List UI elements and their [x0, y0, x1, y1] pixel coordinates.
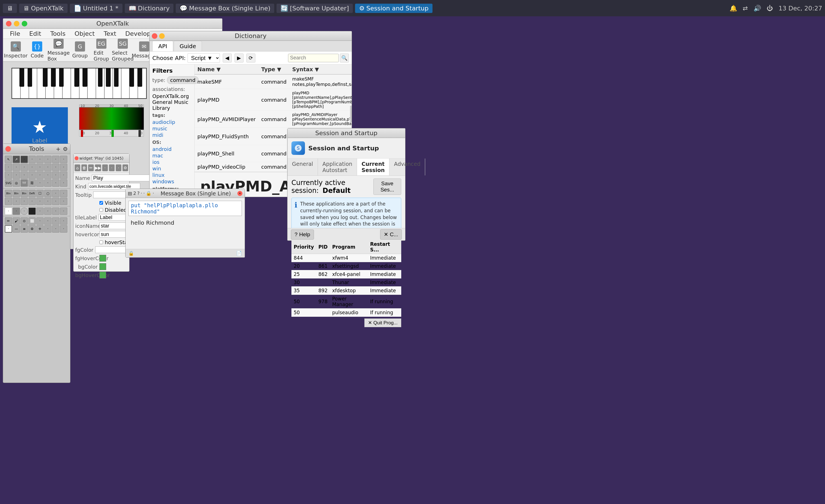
shape-31[interactable]: · [20, 198, 28, 205]
shape-cb1[interactable]: ☐ [36, 190, 44, 197]
shape-35[interactable]: · [52, 198, 59, 205]
shape-33[interactable]: · [36, 198, 44, 205]
color-grey[interactable]: · [13, 208, 20, 215]
row-name-4[interactable]: playPMD_Shell [195, 145, 258, 162]
taskbar-start[interactable]: 🖥 [3, 4, 17, 13]
tool-19[interactable]: · [36, 171, 44, 179]
toolbar-messagebox[interactable]: 💬 Message Box [49, 37, 68, 63]
inspector-forward-icon[interactable]: ▶▶ [95, 164, 101, 171]
taskbar-messagebox[interactable]: 💬 Message Box (Single Line) [176, 4, 274, 13]
taskbar-untitled[interactable]: 📄 Untitled 1 * [70, 4, 123, 13]
filter-os-win[interactable]: win [152, 165, 192, 171]
bgcolor-swatch[interactable] [99, 263, 106, 270]
toolbar-code[interactable]: {} Code [27, 40, 47, 60]
shape-radio[interactable]: ○ [44, 190, 52, 197]
tool-link[interactable]: ⛓ [28, 179, 36, 187]
shape-btn[interactable]: Btn [5, 190, 12, 197]
dict-back-btn[interactable]: ◀ [223, 54, 232, 63]
inspector-49[interactable]: · [102, 164, 108, 171]
search-btn[interactable]: 🔍 [340, 54, 349, 63]
draw-43[interactable]: · [52, 217, 59, 225]
taskbar-session[interactable]: ⚙ Session and Startup [355, 4, 433, 13]
tool-12[interactable]: · [44, 163, 52, 171]
tools-close-btn[interactable] [5, 146, 11, 152]
filter-type-value[interactable]: command [167, 76, 199, 84]
shape-28[interactable]: · [60, 190, 67, 197]
tool-26[interactable]: · [60, 179, 67, 187]
tool-9[interactable]: · [20, 163, 28, 171]
inspector-50[interactable]: · [109, 164, 115, 171]
tool-select[interactable]: ↗ [13, 156, 20, 163]
shape-36[interactable]: · [60, 198, 67, 205]
hoverstate-checkbox[interactable] [99, 240, 103, 244]
tool-17[interactable]: · [20, 171, 28, 179]
col-type[interactable]: Type ▼ [258, 65, 290, 74]
tab-current-session[interactable]: Current Session [357, 158, 389, 175]
taskbar-dictionary[interactable]: 📖 Dictionary [125, 4, 174, 13]
inspector-pencil-icon[interactable]: ✏ [88, 164, 94, 171]
dict-forward-btn[interactable]: ▶ [235, 54, 243, 63]
tool-20[interactable]: · [44, 171, 52, 179]
toolbar-editgroup[interactable]: EG Edit Group [91, 37, 111, 63]
col-name[interactable]: Name ▼ [195, 65, 258, 74]
close-x-btn[interactable]: ✕ C... [380, 229, 402, 240]
tools-add-icon[interactable]: + [56, 146, 61, 152]
dict-min-btn[interactable] [159, 33, 165, 39]
draw-46[interactable]: · [44, 225, 52, 232]
maximize-button[interactable] [22, 21, 27, 26]
tool-title[interactable]: TIT [20, 179, 28, 187]
menu-edit[interactable]: Edit [25, 29, 45, 38]
color-38[interactable]: · [44, 208, 52, 215]
tool-21[interactable]: · [52, 171, 59, 179]
row-name-5[interactable]: playPMD_videoClip [195, 162, 258, 172]
tab-guide[interactable]: Guide [174, 41, 202, 51]
inspector-close-btn[interactable] [75, 156, 79, 160]
save-session-btn[interactable]: Save Ses... [373, 178, 401, 195]
color-black[interactable]: · [28, 208, 36, 215]
tool-5[interactable]: · [52, 156, 59, 163]
tool-8[interactable]: · [13, 163, 20, 171]
col-syntax[interactable]: Syntax ▼ [290, 65, 352, 74]
draw-gear[interactable]: ⚙ [28, 225, 36, 232]
tool-1[interactable]: · [20, 156, 28, 163]
draw-line[interactable]: — [13, 225, 20, 232]
tab-general[interactable]: General [288, 158, 318, 175]
row-name-3[interactable]: playPMD_FluidSynth [195, 128, 258, 145]
row-name-2[interactable]: playPMD_AVMIDIPlayer [195, 111, 258, 128]
api-dropdown[interactable]: Script ▼ [188, 53, 220, 63]
session-col-priority[interactable]: Priority [291, 240, 316, 254]
help-button[interactable]: ? Help [291, 229, 314, 240]
shape-btn2[interactable]: Btn [13, 190, 20, 197]
tool-22[interactable]: · [60, 171, 67, 179]
draw-pencil[interactable]: ✏ [5, 217, 12, 225]
search-input[interactable] [288, 54, 339, 62]
minimize-button[interactable] [14, 21, 19, 26]
session-col-program[interactable]: Program [330, 240, 368, 254]
tool-15[interactable]: · [5, 171, 12, 179]
filter-os-mac[interactable]: mac [152, 153, 192, 158]
color-39[interactable]: · [52, 208, 59, 215]
filter-os-linux[interactable]: linux [152, 172, 192, 178]
tool-18[interactable]: · [28, 171, 36, 179]
row-name-1[interactable]: playPMD [195, 89, 258, 111]
color-40[interactable]: · [60, 208, 67, 215]
tool-25[interactable]: · [52, 179, 59, 187]
tool-24[interactable]: · [44, 179, 52, 187]
tab-api[interactable]: API [152, 41, 173, 51]
disabled-checkbox[interactable] [99, 208, 103, 212]
tool-23[interactable]: · [36, 179, 44, 187]
filter-os-windows[interactable]: windows [152, 178, 192, 185]
msgbox-input-line[interactable]: put "helPlpPlplaplapla.pllo Richmond" [128, 201, 242, 216]
draw-45[interactable]: ≡ [20, 225, 28, 232]
tool-2[interactable]: · [28, 156, 36, 163]
draw-41[interactable]: · [36, 217, 44, 225]
tool-13[interactable]: · [52, 163, 59, 171]
draw-48[interactable]: · [60, 225, 67, 232]
draw-44[interactable]: · [60, 217, 67, 225]
filter-tag-midi[interactable]: midi [152, 132, 192, 138]
session-col-restart[interactable]: Restart S... [368, 240, 401, 254]
filter-tag-audioclip[interactable]: audioclip [152, 119, 192, 125]
taskbar-updater[interactable]: 🔄 [Software Updater] [277, 4, 353, 13]
tool-4[interactable]: · [44, 156, 52, 163]
taskbar-openxtalk[interactable]: 🖥 OpenXTalk [19, 4, 68, 13]
